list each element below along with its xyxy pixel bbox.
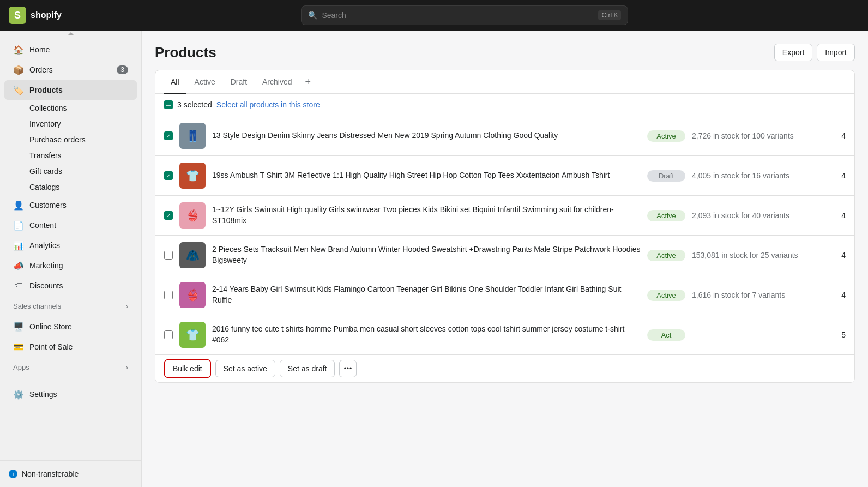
sidebar-item-discounts[interactable]: 🏷 Discounts bbox=[4, 276, 137, 296]
product-name: 1~12Y Girls Swimsuit High quality Girls … bbox=[212, 205, 641, 226]
product-num: 4 bbox=[829, 211, 846, 220]
export-button[interactable]: Export bbox=[774, 44, 812, 61]
sidebar-sub-item-catalogs[interactable]: Catalogs bbox=[4, 179, 137, 195]
row-checkbox[interactable]: ✓ bbox=[164, 171, 173, 180]
product-num: 4 bbox=[829, 251, 846, 260]
marketing-icon: 📣 bbox=[13, 260, 24, 271]
analytics-icon: 📊 bbox=[13, 240, 24, 251]
bulk-edit-button[interactable]: Bulk edit bbox=[165, 360, 210, 377]
table-row[interactable]: 👙 2-14 Years Baby Girl Swimsuit Kids Fla… bbox=[155, 275, 854, 315]
online-store-icon: 🖥️ bbox=[13, 321, 24, 332]
status-badge: Active bbox=[647, 290, 685, 301]
orders-icon: 📦 bbox=[13, 64, 24, 75]
import-button[interactable]: Import bbox=[817, 44, 855, 61]
sales-channels-header[interactable]: Sales channels › bbox=[4, 298, 137, 315]
sidebar-item-discounts-label: Discounts bbox=[29, 281, 63, 290]
product-info: 2 Pieces Sets Tracksuit Men New Brand Au… bbox=[212, 244, 641, 266]
product-num: 4 bbox=[829, 131, 846, 140]
table-row[interactable]: ✓ 👕 19ss Ambush T Shirt 3M Reflective 1:… bbox=[155, 156, 854, 196]
product-name: 13 Style Design Denim Skinny Jeans Distr… bbox=[212, 130, 641, 141]
tab-all[interactable]: All bbox=[164, 71, 186, 94]
sidebar-sub-item-gift-cards[interactable]: Gift cards bbox=[4, 164, 137, 179]
status-badge: Active bbox=[647, 130, 685, 142]
search-box[interactable]: 🔍 Search Ctrl K bbox=[301, 5, 628, 25]
product-info: 2016 funny tee cute t shirts homme Pumba… bbox=[212, 324, 641, 345]
tab-archived[interactable]: Archived bbox=[256, 71, 298, 94]
sidebar-item-pos[interactable]: 💳 Point of Sale bbox=[4, 337, 137, 357]
stock-info: 4,005 in stock for 16 variants bbox=[692, 171, 823, 180]
non-transferable-label: Non-transferable bbox=[22, 470, 79, 478]
sidebar-item-customers-label: Customers bbox=[29, 201, 67, 209]
row-checkbox[interactable] bbox=[164, 251, 173, 260]
sidebar-item-orders[interactable]: 📦 Orders 3 bbox=[4, 60, 137, 80]
sidebar-item-home[interactable]: 🏠 Home bbox=[4, 40, 137, 59]
page-title: Products bbox=[155, 44, 774, 61]
bulk-edit-button-wrapper: Bulk edit bbox=[164, 359, 211, 378]
set-draft-button[interactable]: Set as draft bbox=[280, 360, 335, 377]
sidebar-item-settings[interactable]: ⚙️ Settings bbox=[4, 384, 137, 404]
sidebar-sub-item-collections[interactable]: Collections bbox=[4, 100, 137, 116]
content-icon: 📄 bbox=[13, 220, 24, 231]
sidebar-item-analytics[interactable]: 📊 Analytics bbox=[4, 236, 137, 255]
pos-icon: 💳 bbox=[13, 341, 24, 352]
sidebar-item-settings-label: Settings bbox=[29, 390, 57, 399]
products-list: ✓ 👖 13 Style Design Denim Skinny Jeans D… bbox=[155, 116, 854, 354]
non-transferable-item[interactable]: i Non-transferable bbox=[4, 465, 137, 483]
status-badge: Active bbox=[647, 210, 685, 221]
table-row[interactable]: 🧥 2 Pieces Sets Tracksuit Men New Brand … bbox=[155, 236, 854, 275]
product-thumb: 🧥 bbox=[179, 242, 206, 268]
product-thumb: 👖 bbox=[179, 123, 206, 149]
sidebar-sub-transfers-label: Transfers bbox=[29, 151, 62, 160]
product-info: 13 Style Design Denim Skinny Jeans Distr… bbox=[212, 130, 641, 141]
product-thumb: 👙 bbox=[179, 202, 206, 229]
header-actions: Export Import bbox=[774, 44, 855, 61]
status-badge: Draft bbox=[647, 170, 685, 182]
more-actions-button[interactable]: ••• bbox=[339, 360, 357, 377]
row-checkbox[interactable]: ✓ bbox=[164, 131, 173, 140]
product-num: 5 bbox=[829, 330, 846, 339]
sidebar-item-content[interactable]: 📄 Content bbox=[4, 215, 137, 235]
sidebar-sub-catalogs-label: Catalogs bbox=[29, 183, 59, 191]
apps-chevron: › bbox=[126, 364, 128, 371]
row-checkbox[interactable]: ✓ bbox=[164, 211, 173, 220]
search-shortcut: Ctrl K bbox=[598, 10, 621, 20]
status-badge: Active bbox=[647, 250, 685, 261]
apps-header[interactable]: Apps › bbox=[4, 359, 137, 376]
main-layout: 🏠 Home 📦 Orders 3 🏷️ Products Collection… bbox=[0, 31, 868, 487]
table-row[interactable]: ✓ 👖 13 Style Design Denim Skinny Jeans D… bbox=[155, 116, 854, 156]
sidebar-item-products[interactable]: 🏷️ Products bbox=[4, 80, 137, 100]
logo[interactable]: S shopify bbox=[9, 7, 62, 24]
logo-text: shopify bbox=[31, 10, 62, 20]
tab-draft[interactable]: Draft bbox=[224, 71, 254, 94]
search-icon: 🔍 bbox=[308, 11, 317, 20]
sidebar-item-online-store-label: Online Store bbox=[29, 322, 72, 331]
tab-add-button[interactable]: + bbox=[301, 70, 316, 93]
sidebar-item-customers[interactable]: 👤 Customers bbox=[4, 195, 137, 215]
more-icon: ••• bbox=[344, 365, 353, 372]
tab-active[interactable]: Active bbox=[188, 71, 222, 94]
product-thumb: 👙 bbox=[179, 282, 206, 308]
product-name: 2016 funny tee cute t shirts homme Pumba… bbox=[212, 324, 641, 345]
select-all-checkbox[interactable]: — bbox=[164, 100, 173, 109]
apps-label: Apps bbox=[13, 363, 29, 371]
stock-info: 2,726 in stock for 100 variants bbox=[692, 131, 823, 140]
sidebar-sub-collections-label: Collections bbox=[29, 104, 67, 112]
table-row[interactable]: ✓ 👙 1~12Y Girls Swimsuit High quality Gi… bbox=[155, 196, 854, 236]
sidebar-sub-item-purchase-orders[interactable]: Purchase orders bbox=[4, 132, 137, 147]
sidebar-item-content-label: Content bbox=[29, 221, 56, 230]
sidebar-sub-item-transfers[interactable]: Transfers bbox=[4, 148, 137, 163]
stock-info: 2,093 in stock for 40 variants bbox=[692, 211, 823, 220]
product-thumb: 👕 bbox=[179, 322, 206, 348]
sidebar-item-marketing[interactable]: 📣 Marketing bbox=[4, 256, 137, 275]
row-checkbox[interactable] bbox=[164, 291, 173, 299]
select-all-link[interactable]: Select all products in this store bbox=[216, 100, 320, 109]
sidebar-sub-item-inventory[interactable]: Inventory bbox=[4, 116, 137, 131]
sidebar-item-home-label: Home bbox=[29, 45, 50, 54]
set-active-button[interactable]: Set as active bbox=[215, 360, 275, 377]
product-info: 2-14 Years Baby Girl Swimsuit Kids Flami… bbox=[212, 284, 641, 305]
info-dot-icon: i bbox=[9, 470, 17, 478]
sidebar-item-online-store[interactable]: 🖥️ Online Store bbox=[4, 317, 137, 336]
sidebar-sub-gift-cards-label: Gift cards bbox=[29, 167, 62, 176]
table-row[interactable]: 👕 2016 funny tee cute t shirts homme Pum… bbox=[155, 315, 854, 354]
row-checkbox[interactable] bbox=[164, 330, 173, 339]
